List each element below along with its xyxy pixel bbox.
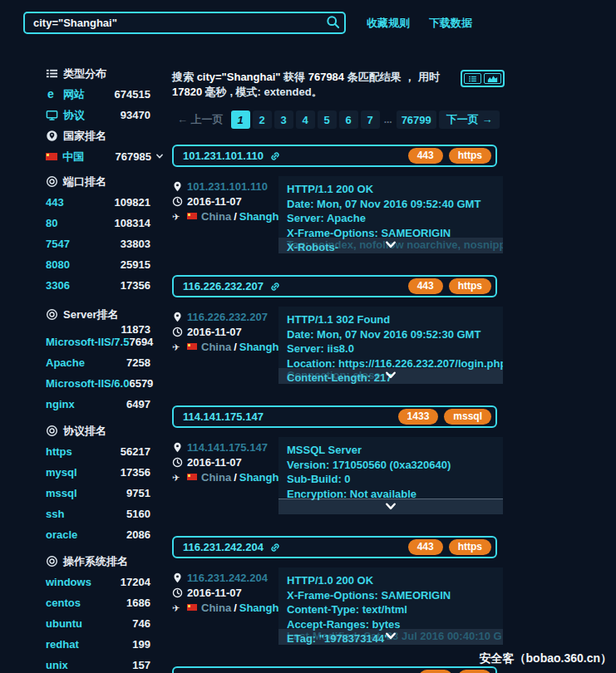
sidebar-item[interactable]: 中国 767985 xyxy=(46,146,150,167)
detail-date: 2016-11-07 xyxy=(187,326,242,338)
page-button[interactable]: 1 xyxy=(231,111,250,129)
favorite-rule-link[interactable]: 收藏规则 xyxy=(367,16,410,31)
protocol-badge[interactable]: https xyxy=(449,278,491,294)
list-view-button[interactable] xyxy=(464,73,481,84)
link-icon[interactable] xyxy=(269,281,281,292)
page-button[interactable]: 4 xyxy=(296,111,315,129)
detail-country[interactable]: China xyxy=(201,210,231,223)
detail-country[interactable]: China xyxy=(201,471,231,484)
chevron-down-icon xyxy=(385,240,397,250)
sidebar-item-label[interactable]: unix xyxy=(46,659,68,671)
sidebar-item[interactable]: oracle 2086 xyxy=(46,524,150,545)
sidebar-section: 端口排名 443 109821 80 108314 7547 33803 808… xyxy=(46,171,150,296)
banner-panel: HTTP/1.0 200 OK X-Frame-Options: SAMEORI… xyxy=(278,567,503,645)
sidebar-item-label[interactable]: 80 xyxy=(46,217,57,229)
sidebar-item-label[interactable]: nginx xyxy=(46,398,75,410)
protocol-badge[interactable]: mssql xyxy=(444,409,491,425)
sidebar-item[interactable]: mysql 17356 xyxy=(46,462,150,483)
sidebar-item-label[interactable]: ssh xyxy=(46,508,64,520)
sidebar-item[interactable]: 8080 25915 xyxy=(46,254,150,275)
sidebar-item[interactable]: windows 17204 xyxy=(46,572,150,592)
page-button[interactable]: 2 xyxy=(253,111,272,129)
detail-country[interactable]: China xyxy=(201,602,231,614)
result-ip-link[interactable]: 114.141.175.147 xyxy=(183,410,264,423)
page-button[interactable]: 7 xyxy=(361,111,380,129)
sidebar-item[interactable]: 80 108314 xyxy=(46,213,150,233)
sidebar-item-label[interactable]: centos xyxy=(46,597,81,609)
sidebar-item-label[interactable]: 8080 xyxy=(46,258,70,271)
sidebar-item-label[interactable]: windows xyxy=(46,576,91,588)
search-input[interactable] xyxy=(23,12,346,34)
sidebar-item[interactable]: 协议 93470 xyxy=(46,105,150,125)
section-title-label: 操作系统排名 xyxy=(63,554,128,569)
clock-icon xyxy=(172,327,183,337)
protocol-badge[interactable]: https xyxy=(449,539,491,555)
sidebar-item-label[interactable]: oracle xyxy=(46,528,77,541)
sidebar-item-label[interactable]: ubuntu xyxy=(46,617,82,630)
protocol-badge[interactable]: https xyxy=(449,148,491,164)
sidebar-item[interactable]: ubuntu 746 xyxy=(46,613,150,634)
port-badge[interactable]: 1433 xyxy=(398,409,439,425)
next-page-button[interactable]: 下一页 → xyxy=(439,111,500,129)
search-button[interactable] xyxy=(323,14,342,30)
sidebar-item[interactable]: Apache 7258 xyxy=(46,352,150,373)
sidebar-item-label[interactable]: 3306 xyxy=(46,279,70,292)
protocol-badge[interactable] xyxy=(458,670,491,673)
sidebar-item-label[interactable]: 协议 xyxy=(63,108,85,123)
sidebar-item-label[interactable]: mysql xyxy=(46,466,77,479)
chart-view-button[interactable] xyxy=(484,73,501,84)
sidebar-item-count: 1686 xyxy=(126,597,150,609)
sidebar-item[interactable]: Microsoft-IIS/6.0 6579 xyxy=(46,373,150,394)
expand-strip[interactable]: Connection: close xyxy=(278,368,503,384)
sidebar-item[interactable]: 3306 17356 xyxy=(46,275,150,296)
sidebar-item[interactable]: https 56217 xyxy=(46,441,150,462)
detail-ip[interactable]: 114.141.175.147 xyxy=(187,441,268,454)
sidebar-item[interactable]: 7547 33803 xyxy=(46,233,150,254)
link-icon[interactable] xyxy=(269,150,281,162)
section-icon xyxy=(46,555,58,567)
sidebar-item-label[interactable]: redhat xyxy=(46,638,79,651)
sidebar-item-label[interactable]: Microsoft-IIS/7.5 xyxy=(46,336,129,348)
sidebar-item-label[interactable]: 网站 xyxy=(63,87,85,102)
result-header[interactable] xyxy=(172,666,497,673)
page-button[interactable]: 3 xyxy=(274,111,293,129)
detail-ip[interactable]: 116.226.232.207 xyxy=(187,311,268,323)
download-data-link[interactable]: 下载数据 xyxy=(429,16,472,31)
section-title-label: 端口排名 xyxy=(63,174,106,189)
sidebar-section: 协议排名 https 56217 mysql 17356 mssql 9751 … xyxy=(46,420,150,545)
sidebar-item-label[interactable]: 7547 xyxy=(46,238,70,250)
sidebar-item-label[interactable]: mssql xyxy=(46,487,77,499)
sidebar-item-label[interactable]: Microsoft-IIS/6.0 xyxy=(46,377,129,390)
sidebar-item[interactable]: mssql 9751 xyxy=(46,483,150,504)
page-button[interactable]: 6 xyxy=(339,111,358,129)
sidebar-item[interactable]: ssh 5160 xyxy=(46,504,150,524)
sidebar-item-label[interactable]: 443 xyxy=(46,196,64,209)
port-badge[interactable]: 443 xyxy=(408,148,443,164)
sidebar-item[interactable]: 443 109821 xyxy=(46,192,150,213)
result-ip-link[interactable]: 101.231.101.110 xyxy=(183,150,264,162)
sidebar-item[interactable]: centos 1686 xyxy=(46,592,150,613)
sidebar-item-label[interactable]: https xyxy=(46,445,72,458)
expand-strip[interactable] xyxy=(278,499,503,514)
expand-strip[interactable]: Tag: noindex, nofollow noarchive, nosnip… xyxy=(278,238,503,253)
expand-strip[interactable]: Last-Modified: Sat, 23 Jul 2016 00:40:10… xyxy=(278,629,503,645)
link-icon[interactable] xyxy=(269,542,281,553)
result-ip-link[interactable]: 116.231.242.204 xyxy=(183,541,264,553)
result-ip-link[interactable]: 116.226.232.207 xyxy=(183,280,264,292)
prev-page-button[interactable]: ← 上一页 xyxy=(172,111,229,129)
port-badge[interactable] xyxy=(419,670,452,673)
sidebar-item-label[interactable]: 中国 xyxy=(62,150,84,165)
sidebar-item[interactable]: 网站 674515 xyxy=(46,84,150,105)
detail-country[interactable]: China xyxy=(201,341,231,353)
page-button[interactable]: 5 xyxy=(318,111,337,129)
detail-ip[interactable]: 101.231.101.110 xyxy=(187,180,268,193)
port-badge[interactable]: 443 xyxy=(408,278,443,294)
chevron-down-icon[interactable] xyxy=(155,153,164,160)
detail-ip[interactable]: 116.231.242.204 xyxy=(187,572,268,584)
sidebar-item[interactable]: unix 157 xyxy=(46,655,150,673)
page-button[interactable]: 76799 xyxy=(397,111,436,129)
port-badge[interactable]: 443 xyxy=(408,539,443,555)
sidebar-item[interactable]: redhat 199 xyxy=(46,634,150,655)
sidebar-item[interactable]: nginx 6497 xyxy=(46,394,150,415)
sidebar-item-label[interactable]: Apache xyxy=(46,356,85,369)
